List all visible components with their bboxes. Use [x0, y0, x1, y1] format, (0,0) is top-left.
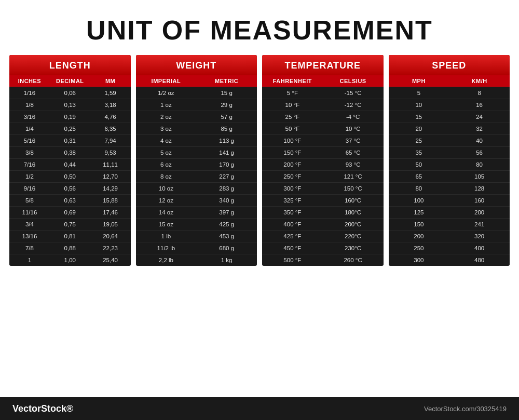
table-cell: 425 °F	[262, 231, 323, 242]
table-cell: 1,00	[50, 254, 90, 266]
table-cell: 340 g	[196, 195, 257, 206]
table-cell: 7/8	[9, 242, 50, 254]
table-cell: 8 oz	[136, 171, 197, 182]
table-cell: 5/16	[9, 135, 50, 146]
table-row: 5/160,317,94	[9, 135, 131, 147]
table-row: 14 oz397 g	[136, 207, 257, 219]
table-row: 3556	[389, 147, 510, 159]
table-row: 250 °F121 °C	[262, 171, 384, 183]
table-row: 200320	[389, 231, 510, 242]
table-cell: 4,76	[90, 111, 131, 123]
table-cell: 0,88	[50, 242, 90, 254]
table-cell: 14 oz	[136, 207, 197, 218]
table-row: 1/160,061,59	[9, 87, 131, 99]
table-cell: 121 °C	[323, 171, 384, 182]
table-cell: 5 oz	[136, 147, 197, 158]
table-cell: 128	[449, 183, 510, 194]
table-cell: 1 lb	[136, 231, 197, 242]
table-cell: 37 °C	[323, 135, 384, 146]
table-cell: 0,56	[50, 183, 90, 194]
table-temperature: TEMPERATUREFAHRENHEITCELSIUS5 °F-15 °C10…	[262, 55, 384, 266]
table-cell: 227 g	[196, 171, 257, 182]
table-row: 2 oz57 g	[136, 111, 257, 123]
table-cell: 13/16	[9, 231, 50, 242]
table-row: 325 °F160°C	[262, 195, 384, 207]
table-cell: 2 oz	[136, 111, 197, 123]
table-row: 1/20,5012,70	[9, 171, 131, 183]
table-cell: 113 g	[196, 135, 257, 146]
col-headers-speed: MPHKM/H	[389, 75, 510, 87]
table-cell: 3/8	[9, 147, 50, 158]
table-cell: 180°C	[323, 207, 384, 218]
table-cell: 16	[449, 99, 510, 111]
table-cell: 105	[449, 171, 510, 182]
table-cell: 80	[449, 159, 510, 170]
table-cell: 397 g	[196, 207, 257, 218]
table-cell: 150 °F	[262, 147, 323, 158]
table-row: 6 oz170 g	[136, 159, 257, 171]
table-cell: 80	[389, 183, 449, 194]
table-row: 350 °F180°C	[262, 207, 384, 219]
table-cell: 11/2 lb	[136, 242, 197, 254]
table-row: 4 oz113 g	[136, 135, 257, 147]
table-cell: 7/16	[9, 159, 50, 170]
table-cell: 25 °F	[262, 111, 323, 123]
table-row: 10 oz283 g	[136, 183, 257, 195]
table-cell: 17,46	[90, 207, 131, 218]
footer-brand: VectorStock®	[12, 403, 73, 414]
table-cell: 0,38	[50, 147, 90, 158]
col-headers-weight: IMPERIALMETRIC	[136, 75, 257, 87]
table-row: 2032	[389, 123, 510, 135]
table-row: 5 oz141 g	[136, 147, 257, 159]
table-cell: 160°C	[323, 195, 384, 206]
table-cell: 5/8	[9, 195, 50, 206]
table-cell: 1	[9, 254, 50, 266]
table-row: 3/40,7519,05	[9, 219, 131, 231]
col-header: KM/H	[449, 75, 510, 87]
table-cell: 425 g	[196, 219, 257, 230]
table-row: 11/160,6917,46	[9, 207, 131, 219]
table-row: 2540	[389, 135, 510, 147]
table-cell: 56	[449, 147, 510, 158]
col-header: IMPERIAL	[136, 75, 197, 87]
table-row: 250400	[389, 242, 510, 254]
table-cell: 93 °C	[323, 159, 384, 170]
table-cell: 241	[449, 219, 510, 230]
table-cell: 220°C	[323, 231, 384, 242]
table-row: 11/2 lb680 g	[136, 242, 257, 254]
table-cell: -12 °C	[323, 99, 384, 111]
table-row: 300 °F150 °C	[262, 183, 384, 195]
table-cell: 1/2	[9, 171, 50, 182]
tables-container: LENGTHINCHESDECIMALMM1/160,061,591/80,13…	[0, 55, 519, 266]
table-row: 7/160,4411,11	[9, 159, 131, 171]
table-cell: 0,25	[50, 123, 90, 134]
table-row: 400 °F200°C	[262, 219, 384, 231]
table-row: 58	[389, 87, 510, 99]
table-row: 1/80,133,18	[9, 99, 131, 111]
table-cell: 283 g	[196, 183, 257, 194]
footer: VectorStock® VectorStock.com/30325419	[0, 397, 519, 420]
data-rows-length: 1/160,061,591/80,133,183/160,194,761/40,…	[9, 87, 131, 266]
table-cell: 300 °F	[262, 183, 323, 194]
table-cell: 1/16	[9, 87, 50, 99]
table-cell: 19,05	[90, 219, 131, 230]
table-cell: 100 °F	[262, 135, 323, 146]
table-cell: 12 oz	[136, 195, 197, 206]
table-cell: 12,70	[90, 171, 131, 182]
table-row: 80128	[389, 183, 510, 195]
table-cell: 20,64	[90, 231, 131, 242]
table-cell: 1 oz	[136, 99, 197, 111]
table-weight: WEIGHTIMPERIALMETRIC1/2 oz15 g1 oz29 g2 …	[136, 55, 257, 266]
col-header: METRIC	[196, 75, 257, 87]
table-cell: 500 °F	[262, 254, 323, 266]
table-row: 65105	[389, 171, 510, 183]
table-cell: 11,11	[90, 159, 131, 170]
table-header-temperature: TEMPERATURE	[262, 55, 384, 75]
table-cell: 85 g	[196, 123, 257, 134]
table-row: 5080	[389, 159, 510, 171]
col-header: DECIMAL	[50, 75, 90, 87]
table-cell: 150 °C	[323, 183, 384, 194]
data-rows-speed: 5810161524203225403556508065105801281001…	[389, 87, 510, 266]
table-row: 9/160,5614,29	[9, 183, 131, 195]
table-cell: 0,19	[50, 111, 90, 123]
